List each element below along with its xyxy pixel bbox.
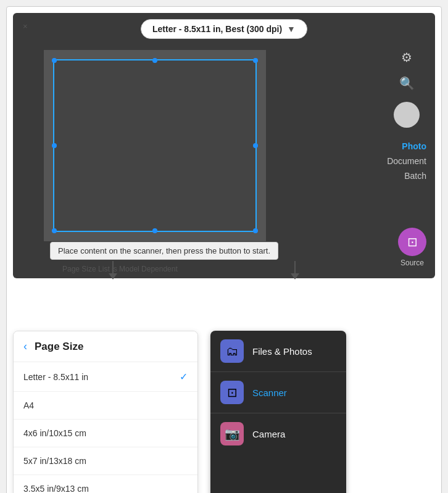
source-label: Source — [400, 259, 424, 267]
source-icon: ⊡ — [398, 228, 426, 256]
right-toolbar: ⚙ 🔍 Photo Document Batch — [387, 50, 426, 181]
back-button[interactable]: ‹ — [23, 340, 27, 353]
search-icon-button[interactable]: 🔍 — [399, 76, 415, 91]
source-scan-icon: ⊡ — [407, 234, 418, 249]
handle-ml[interactable] — [52, 143, 57, 148]
source-option-files[interactable]: 🗂 Files & Photos — [210, 331, 346, 372]
mode-document[interactable]: Document — [387, 156, 426, 166]
handle-tr[interactable] — [253, 58, 258, 63]
handle-tl[interactable] — [52, 58, 57, 63]
page-size-item-3x5[interactable]: 3.5x5 in/9x13 cm — [14, 475, 197, 493]
page-size-list: ‹ Page Size Letter - 8.5x11 in ✓ A4 4x6 … — [13, 331, 198, 493]
magnify-icon: 🔍 — [399, 77, 415, 90]
arrow-down-left — [109, 261, 117, 280]
arrow-down-right — [291, 261, 299, 280]
check-icon: ✓ — [180, 371, 188, 383]
source-option-scanner[interactable]: ⊡ Scanner — [210, 372, 346, 413]
scan-tooltip: Place content on the scanner, then press… — [50, 242, 278, 260]
page-size-header: ‹ Page Size — [14, 331, 197, 362]
mode-labels: Photo Document Batch — [387, 141, 426, 181]
scanner-canvas — [44, 50, 266, 241]
mode-photo[interactable]: Photo — [402, 141, 426, 151]
scan-selection-box — [53, 59, 257, 232]
page-size-item-4x6[interactable]: 4x6 in/10x15 cm — [14, 420, 197, 447]
source-option-scanner-label: Scanner — [252, 387, 287, 398]
files-photos-icon: 🗂 — [220, 339, 244, 363]
handle-tm[interactable] — [152, 58, 157, 63]
close-button[interactable]: × — [23, 22, 28, 31]
outer-wrapper: × Letter - 8.5x11 in, Best (300 dpi) ▼ P… — [6, 6, 442, 493]
source-panel: 🗂 Files & Photos ⊡ Scanner 📷 Camera — [210, 331, 346, 493]
bottom-area: ‹ Page Size Letter - 8.5x11 in ✓ A4 4x6 … — [13, 331, 435, 493]
arrows-area: Page Size List is Model Dependent — [13, 278, 435, 312]
page-size-item-5x7[interactable]: 5x7 in/13x18 cm — [14, 447, 197, 475]
chevron-down-icon: ▼ — [287, 24, 296, 34]
page-size-title: Page Size — [35, 341, 83, 353]
dropdown-label: Letter - 8.5x11 in, Best (300 dpi) — [152, 24, 282, 34]
scanner-icon: ⊡ — [220, 381, 244, 404]
source-option-camera-label: Camera — [252, 429, 285, 439]
source-button[interactable]: ⊡ Source — [398, 228, 426, 267]
source-option-files-label: Files & Photos — [252, 346, 312, 357]
page-size-note: Page Size List is Model Dependent — [62, 265, 178, 273]
scanner-app: × Letter - 8.5x11 in, Best (300 dpi) ▼ P… — [13, 13, 435, 278]
gear-icon: ⚙ — [401, 51, 412, 64]
gear-icon-button[interactable]: ⚙ — [401, 50, 412, 65]
page-size-dropdown[interactable]: Letter - 8.5x11 in, Best (300 dpi) ▼ — [141, 19, 307, 39]
scan-circle-button[interactable] — [394, 102, 420, 128]
source-option-camera[interactable]: 📷 Camera — [210, 413, 346, 454]
mode-batch[interactable]: Batch — [404, 171, 426, 181]
handle-mr[interactable] — [253, 143, 258, 148]
handle-bl[interactable] — [52, 228, 57, 233]
page-size-item-letter[interactable]: Letter - 8.5x11 in ✓ — [14, 362, 197, 392]
handle-br[interactable] — [253, 228, 258, 233]
camera-icon: 📷 — [220, 422, 244, 445]
handle-bm[interactable] — [152, 228, 157, 233]
page-size-item-a4[interactable]: A4 — [14, 392, 197, 420]
